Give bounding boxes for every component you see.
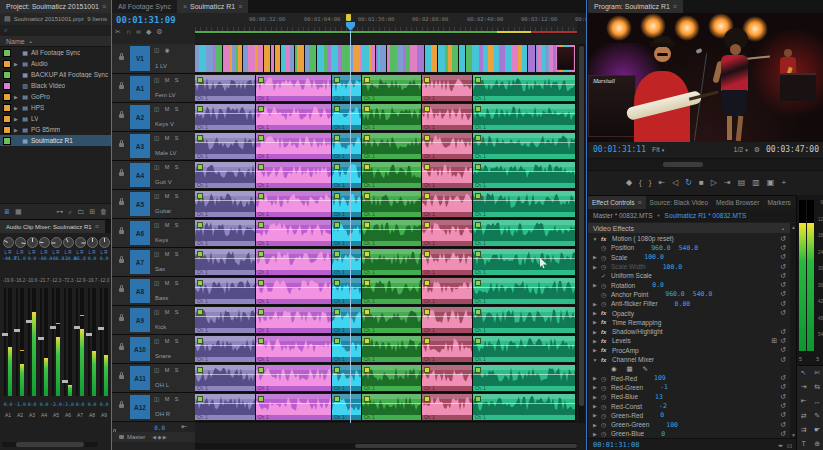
- audio-clip[interactable]: Ch. 1: [422, 278, 473, 304]
- linked-selection-icon[interactable]: ∞: [136, 28, 141, 36]
- track-toggle-icons[interactable]: ◫ M S: [154, 164, 181, 170]
- pan-knob[interactable]: [3, 237, 14, 248]
- channel-fader[interactable]: [88, 288, 90, 396]
- volume-rubber-band[interactable]: [422, 171, 472, 172]
- pan-value[interactable]: 0.0: [86, 256, 98, 261]
- pan-knob[interactable]: [39, 237, 50, 248]
- param-value[interactable]: -1: [660, 383, 668, 391]
- track-toggle-icons[interactable]: ◫ M S: [154, 77, 181, 83]
- project-column-header[interactable]: Name ▲: [0, 36, 111, 47]
- volume-rubber-band[interactable]: [195, 113, 255, 114]
- audio-clip[interactable]: Ch. 1: [332, 104, 362, 130]
- keyframe-nav-icon[interactable]: ◂▸: [778, 442, 783, 448]
- audio-clip[interactable]: Ch. 1: [473, 365, 576, 391]
- twirl-arrow-icon[interactable]: ▼: [592, 357, 598, 363]
- audio-clip[interactable]: Ch. 1: [195, 278, 256, 304]
- panel-menu-icon[interactable]: ≡: [102, 3, 106, 10]
- volume-rubber-band[interactable]: [473, 403, 575, 404]
- volume-rubber-band[interactable]: [422, 84, 472, 85]
- audio-clip[interactable]: Ch. 1: [473, 249, 576, 275]
- parameter-row[interactable]: ▶◷Green-Red0↺: [588, 411, 790, 420]
- panel-menu-icon[interactable]: ≡: [638, 199, 642, 206]
- tab-markers[interactable]: Markers: [763, 196, 794, 209]
- parameter-row[interactable]: ◷Position960.0540.0↺: [588, 243, 790, 252]
- lock-icon[interactable]: [119, 317, 124, 321]
- stopwatch-icon[interactable]: ◷: [601, 412, 608, 419]
- volume-rubber-band[interactable]: [362, 403, 421, 404]
- audio-clip[interactable]: Ch. 1: [362, 75, 422, 101]
- step-forward-button[interactable]: ▷: [711, 178, 717, 187]
- audio-clip[interactable]: Ch. 1: [473, 220, 576, 246]
- reset-icon[interactable]: ↺: [780, 309, 786, 317]
- reset-icon[interactable]: ↺: [780, 300, 786, 308]
- audio-clip[interactable]: Ch. 1: [473, 75, 576, 101]
- pan-knob[interactable]: [75, 237, 86, 248]
- volume-rubber-band[interactable]: [195, 287, 255, 288]
- track-target-a2[interactable]: A2: [130, 105, 150, 129]
- audio-clip[interactable]: Ch. 1: [422, 394, 473, 420]
- volume-rubber-band[interactable]: [473, 171, 575, 172]
- lock-icon[interactable]: [119, 172, 124, 176]
- track-target-a1[interactable]: A1: [130, 76, 150, 100]
- audio-clip[interactable]: Ch. 1: [195, 336, 256, 362]
- lock-icon[interactable]: [119, 56, 124, 60]
- lock-icon[interactable]: [119, 259, 124, 263]
- pan-value[interactable]: 0.0: [26, 256, 38, 261]
- twirl-arrow-icon[interactable]: ▶: [592, 431, 598, 437]
- pan-knob[interactable]: [15, 237, 26, 248]
- audio-clip[interactable]: Ch. 1: [256, 162, 332, 188]
- checkbox-checked-icon[interactable]: ✓: [601, 272, 608, 279]
- audio-clip[interactable]: Ch. 1: [473, 104, 576, 130]
- parameter-row[interactable]: ◷Anchor Point960.0540.0↺: [588, 290, 790, 299]
- volume-rubber-band[interactable]: [473, 113, 575, 114]
- channel-fader[interactable]: [64, 288, 66, 396]
- fx-badge-icon[interactable]: fx: [601, 338, 609, 344]
- project-search[interactable]: ⌕: [0, 25, 111, 35]
- volume-rubber-band[interactable]: [422, 345, 472, 346]
- parameter-row[interactable]: ▶◷Red-Const-2↺: [588, 401, 790, 410]
- track-target-a9[interactable]: A9: [130, 308, 150, 332]
- channel-level-value[interactable]: 0.0: [38, 402, 50, 407]
- channel-level-value[interactable]: 0.0: [74, 402, 86, 407]
- volume-rubber-band[interactable]: [256, 403, 331, 404]
- channel-level-value[interactable]: -3.0: [62, 402, 74, 407]
- audio-clip[interactable]: Ch. 1: [362, 394, 422, 420]
- twirl-arrow-icon[interactable]: ▶: [592, 338, 598, 344]
- volume-db-value[interactable]: -19.7: [86, 278, 98, 283]
- audio-clip[interactable]: Ch. 1: [195, 307, 256, 333]
- audio-clip[interactable]: Ch. 1: [422, 336, 473, 362]
- audio-clip[interactable]: Ch. 1: [332, 336, 362, 362]
- volume-rubber-band[interactable]: [473, 258, 575, 259]
- timeline-wrench-icon[interactable]: ⚙: [156, 28, 162, 36]
- add-marker-icon[interactable]: ◆: [146, 28, 151, 36]
- project-item[interactable]: ▶▤LV: [0, 113, 111, 124]
- audio-clip[interactable]: Ch. 1: [473, 191, 576, 217]
- stopwatch-icon[interactable]: ◷: [601, 384, 608, 391]
- volume-rubber-band[interactable]: [332, 258, 361, 259]
- project-item[interactable]: ▶▤HPS: [0, 102, 111, 113]
- find-icon[interactable]: ⌕: [68, 208, 72, 216]
- audio-clip[interactable]: Ch. 1: [473, 133, 576, 159]
- pan-value[interactable]: 0.0: [98, 256, 110, 261]
- disclosure-triangle[interactable]: ▶: [13, 94, 19, 100]
- parameter-row[interactable]: ▶◷Anti-flicker Filter0.00↺: [588, 299, 790, 308]
- track-header-a12[interactable]: A12◫ M SOH R: [112, 393, 195, 422]
- volume-rubber-band[interactable]: [256, 287, 331, 288]
- go-to-in-button[interactable]: ⇤: [658, 178, 665, 187]
- lock-icon[interactable]: [119, 143, 124, 147]
- zoom-tool[interactable]: ⊕: [812, 438, 823, 449]
- audio-clip[interactable]: Ch. 1: [256, 394, 332, 420]
- volume-rubber-band[interactable]: [195, 316, 255, 317]
- playhead[interactable]: [350, 31, 351, 423]
- project-item[interactable]: ▶▤PG 85mm: [0, 124, 111, 135]
- label-color-swatch[interactable]: [3, 126, 11, 134]
- selection-tool[interactable]: ↖: [798, 368, 809, 379]
- mark-out-button[interactable]: }: [649, 178, 652, 187]
- volume-rubber-band[interactable]: [195, 171, 255, 172]
- stopwatch-icon[interactable]: ◷: [601, 403, 608, 410]
- channel-fader[interactable]: [40, 288, 42, 396]
- channel-fader[interactable]: [16, 288, 18, 396]
- volume-rubber-band[interactable]: [256, 84, 331, 85]
- pan-value[interactable]: 71.0: [14, 256, 26, 261]
- go-to-out-button[interactable]: ⇥: [724, 178, 731, 187]
